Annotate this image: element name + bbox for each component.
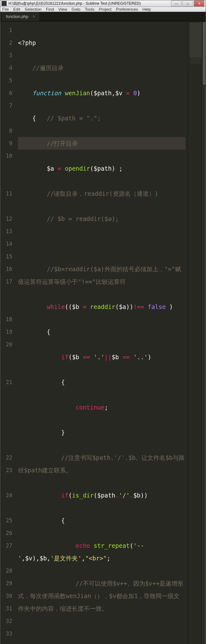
op-eq: = [58, 165, 61, 172]
var-a: $a [119, 303, 126, 310]
line-number: 23 [2, 464, 12, 489]
var-path: $path [97, 492, 115, 499]
menu-help[interactable]: Help [142, 7, 151, 12]
close-button[interactable]: ✕ [194, 0, 204, 7]
tab-close-icon[interactable]: × [33, 14, 35, 19]
menu-project[interactable]: Project [99, 7, 112, 12]
var-b: $b [112, 354, 119, 361]
line-number: 20 [2, 338, 12, 376]
line-number: 1 [2, 24, 12, 36]
app-window: H:\我的u盘\php\总结\20161221\function.php - S… [0, 0, 206, 644]
menu-goto[interactable]: Goto [72, 7, 80, 12]
menu-preferences[interactable]: Preferences [116, 7, 138, 12]
line-number: 13 [2, 225, 12, 238]
maximize-button[interactable]: □ [182, 0, 193, 7]
line-number: 15 [2, 250, 12, 263]
line-number: 19 [2, 326, 12, 338]
menu-view[interactable]: View [58, 7, 67, 12]
var-b: $b [72, 303, 79, 310]
str-folder: '是文件夹' [50, 555, 82, 562]
fn-opendir: opendir [65, 165, 90, 172]
line-number: 4 [2, 62, 12, 74]
op-concat: . [115, 492, 119, 499]
line-number: 10 [2, 150, 12, 187]
param-path: $path [94, 90, 112, 96]
menu-edit[interactable]: Edit [13, 7, 20, 12]
menu-tools[interactable]: Tools [85, 7, 94, 12]
titlebar: H:\我的u盘\php\总结\20161221\function.php - S… [0, 0, 206, 7]
app-icon [2, 1, 7, 6]
line-number: 29 [2, 577, 12, 590]
kw-function: function [32, 90, 61, 96]
line-number: 3 [2, 49, 12, 62]
var-b: $b [72, 354, 79, 361]
op-neq: !== [133, 303, 144, 310]
kw-if: if [61, 492, 68, 499]
window-title: H:\我的u盘\php\总结\20161221\function.php - S… [9, 1, 171, 6]
line-number: 26 [2, 527, 12, 539]
menubar: File Edit Selection Find View Goto Tools… [0, 7, 206, 12]
line-number: 31 [2, 602, 12, 615]
line-number: 17 [2, 275, 12, 313]
param-v: $v [115, 90, 123, 96]
menu-find[interactable]: Find [46, 7, 54, 12]
var-v: $v [25, 555, 32, 562]
menu-file[interactable]: File [2, 7, 9, 12]
fn-readdir: readdir [90, 303, 115, 310]
op-eqeq: == [83, 354, 90, 361]
comment: //$b=readdir($a)外面的括号必须加上，"="赋值运算符运算等级小于… [18, 266, 181, 285]
fn-isdir: is_dir [72, 492, 94, 499]
op-eqeq: == [123, 354, 130, 361]
fn-name: wenJian [65, 90, 90, 96]
tab-file[interactable]: function.php × [2, 12, 39, 21]
comment: // $path = "."; [47, 115, 101, 122]
op-or: || [105, 354, 112, 361]
kw-if: if [61, 354, 68, 361]
var-b: $b [40, 555, 47, 562]
str-dotdot: '..' [133, 354, 148, 361]
comment: //打开目录 [47, 140, 78, 147]
comment: //遍历目录 [32, 64, 64, 71]
line-number: 18 [2, 313, 12, 326]
line-number: 22 [2, 451, 12, 464]
op-eq: = [83, 303, 86, 310]
scrollbar-thumb[interactable] [203, 22, 205, 85]
vertical-scrollbar[interactable] [202, 21, 206, 644]
line-number: 5 [2, 74, 12, 87]
line-number: 6 [2, 87, 12, 99]
num-zero: 0 [133, 90, 137, 96]
minimap[interactable] [187, 21, 202, 644]
tag-open: <?php [18, 39, 36, 46]
line-number: 24 [2, 489, 12, 514]
kw-continue: continue [76, 404, 105, 411]
menu-selection[interactable]: Selection [25, 7, 41, 12]
line-number: 28 [2, 564, 12, 577]
window-controls: — □ ✕ [171, 0, 204, 7]
tab-label: function.php [6, 14, 28, 19]
comment: //不可以使用$v++。因为$v++是递增形式，每次使用函数wenJian（），… [18, 580, 183, 612]
str-br: "<br>" [85, 555, 107, 562]
editor: 1234567891011121314151617181920212223242… [0, 21, 206, 644]
op-concat: . [130, 492, 133, 499]
kw-while: while [47, 303, 65, 310]
line-number: 27 [2, 539, 12, 564]
line-number: 8 [2, 124, 12, 137]
line-number: 11 [2, 187, 12, 212]
line-number: 32 [2, 615, 12, 627]
kw-echo: echo [76, 542, 90, 549]
comment: //注意书写$path.'/'.$b。让文件名$b与路径$path建立联系。 [18, 454, 185, 474]
code-area[interactable]: <?php //遍历目录 function wenJian($path,$v =… [15, 21, 187, 644]
minimap-viewport[interactable] [189, 23, 202, 57]
minimize-button[interactable]: — [171, 0, 182, 7]
line-number: 34 [2, 640, 12, 644]
tab-bar: function.php × [0, 12, 206, 21]
line-number: 21 [2, 376, 12, 451]
line-number: 9 [2, 137, 12, 150]
var-b: $b [133, 492, 140, 499]
var-path: $path [94, 165, 112, 172]
kw-false: false [148, 303, 166, 310]
line-number: 25 [2, 514, 12, 527]
line-number: 33 [2, 627, 12, 640]
line-number: 14 [2, 238, 12, 250]
line-number: 7 [2, 99, 12, 124]
